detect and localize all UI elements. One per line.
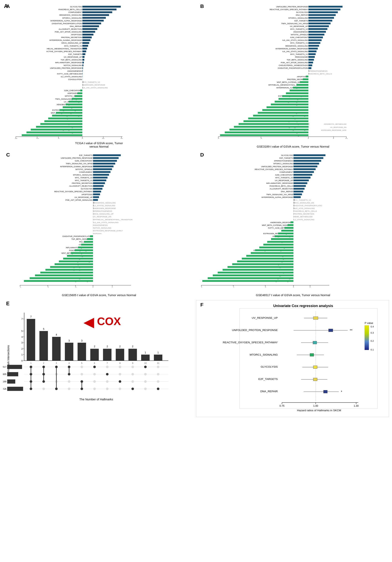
- svg-rect-140: [309, 45, 319, 47]
- svg-rect-220: [309, 126, 309, 128]
- second-row: C E2F_TARGETS UNFOLDED_PROTEIN_RESPONSE …: [2, 151, 390, 297]
- svg-text:MTORC1_SIGNALING: MTORC1_SIGNALING: [62, 17, 82, 19]
- svg-rect-116: [309, 11, 338, 13]
- svg-rect-414: [218, 272, 294, 273]
- svg-text:7: 7: [21, 317, 23, 320]
- svg-text:-20: -20: [14, 138, 17, 139]
- svg-rect-574: [323, 390, 327, 393]
- svg-text:OXIDATIVE_PHOSPHORYLATION: OXIDATIVE_PHOSPHORYLATION: [278, 67, 308, 69]
- svg-text:E2F_TARGETS: E2F_TARGETS: [69, 53, 82, 55]
- svg-point-512: [93, 366, 96, 368]
- svg-rect-72: [66, 104, 82, 105]
- svg-rect-32: [82, 48, 87, 49]
- svg-point-517: [106, 373, 108, 375]
- panel-c-caption: GSE15605 t value of GSVA score, Tumor ve…: [62, 293, 136, 297]
- svg-rect-94: [22, 134, 82, 136]
- svg-rect-267: [93, 213, 93, 215]
- svg-text:REACTIVE_OXYGEN_SPECIES_PATHWA: REACTIVE_OXYGEN_SPECIES_PATHWAY: [270, 9, 308, 11]
- svg-rect-340: [293, 168, 316, 170]
- svg-rect-309: [40, 272, 93, 273]
- svg-rect-120: [309, 17, 334, 19]
- svg-rect-563: [328, 329, 333, 332]
- panel-d-chart: D GLYCOLYSIS E2F_TARGETS SPERMATOGENESIS…: [197, 152, 389, 287]
- svg-rect-231: [93, 163, 115, 164]
- svg-point-505: [68, 387, 70, 390]
- svg-text:-3: -3: [47, 287, 49, 287]
- svg-rect-239: [93, 174, 109, 176]
- svg-text:APOPTOSIS: APOPTOSIS: [81, 194, 93, 196]
- svg-rect-130: [309, 31, 326, 33]
- svg-text:MYC_TARGETS_V2: MYC_TARGETS_V2: [290, 28, 308, 30]
- svg-rect-374: [293, 216, 294, 218]
- svg-text:ACTIVE_OXYGEN_SPECIES_PATHWAY: ACTIVE_OXYGEN_SPECIES_PATHWAY: [46, 50, 82, 52]
- svg-rect-408: [232, 263, 293, 265]
- svg-text:ANDROGEN_RESPONSE: ANDROGEN_RESPONSE: [93, 207, 116, 209]
- panel-d-caption: GSE46517 t value of GSVA score, Tumor ve…: [256, 293, 330, 297]
- svg-rect-62: [80, 90, 82, 91]
- svg-rect-259: [93, 202, 94, 204]
- svg-text:0: 0: [82, 138, 83, 139]
- svg-text:PROTEIN_SECRETION: PROTEIN_SECRETION: [61, 37, 82, 39]
- svg-text:G2M_CHECKPOINT: G2M_CHECKPOINT: [75, 160, 93, 162]
- svg-rect-263: [93, 207, 94, 209]
- svg-text:PEROXISOME: PEROXISOME: [295, 56, 308, 58]
- svg-rect-271: [93, 219, 93, 220]
- svg-rect-168: [296, 84, 308, 86]
- svg-point-508: [81, 373, 83, 375]
- svg-text:10: 10: [144, 362, 147, 364]
- svg-text:IL6_JAK_STAT3_SIGNALING: IL6_JAK_STAT3_SIGNALING: [93, 222, 119, 223]
- svg-text:CHOLESTEROL_HOMEOSTASIS: CHOLESTEROL_HOMEOSTASIS: [279, 65, 308, 67]
- svg-rect-356: [293, 191, 303, 192]
- svg-rect-178: [278, 98, 309, 100]
- svg-rect-384: [281, 230, 293, 232]
- svg-rect-269: [93, 216, 93, 218]
- svg-point-531: [144, 387, 147, 390]
- svg-rect-188: [258, 112, 308, 114]
- svg-rect-170: [293, 87, 309, 89]
- svg-rect-28: [82, 42, 89, 44]
- svg-text:2: 2: [21, 348, 23, 350]
- svg-rect-46: [82, 67, 83, 69]
- svg-rect-358: [293, 194, 302, 195]
- svg-rect-362: [293, 199, 295, 201]
- svg-point-519: [106, 387, 108, 390]
- svg-text:ALLOGRAFT_REJECTION: ALLOGRAFT_REJECTION: [58, 28, 82, 30]
- svg-rect-485: [7, 387, 23, 391]
- svg-rect-293: [75, 249, 93, 251]
- svg-rect-76: [60, 109, 82, 111]
- svg-text:4: 4: [69, 362, 70, 364]
- svg-text:MITOTIC_SPINDLE: MITOTIC_SPINDLE: [75, 168, 92, 170]
- svg-rect-439: [39, 331, 48, 361]
- svg-text:MITOTIC_SPINDLE: MITOTIC_SPINDLE: [291, 34, 308, 36]
- svg-text:0.4: 0.4: [370, 326, 374, 328]
- svg-text:TNFA_SIGNALING_VIA_NFKB: TNFA_SIGNALING_VIA_NFKB: [266, 194, 293, 196]
- svg-text:1.30: 1.30: [354, 405, 358, 407]
- svg-text:F: F: [200, 302, 204, 307]
- svg-text:MYC_TARGETS_V1: MYC_TARGETS_V1: [293, 199, 311, 201]
- svg-rect-251: [93, 191, 101, 192]
- svg-rect-445: [78, 343, 86, 361]
- panel-f-chart: F Univariate Cox regression analysis UV_…: [197, 301, 388, 416]
- svg-text:UV_RESPONSE_UP: UV_RESPONSE_UP: [275, 179, 293, 181]
- svg-text:COX: COX: [97, 315, 121, 328]
- svg-rect-144: [309, 50, 317, 52]
- svg-rect-481: [7, 372, 18, 376]
- svg-rect-20: [82, 31, 95, 33]
- svg-text:G2M_CHECKPOINT: G2M_CHECKPOINT: [64, 90, 82, 92]
- svg-text:SPERMATOGENESIS: SPERMATOGENESIS: [309, 70, 328, 72]
- svg-rect-437: [27, 319, 35, 361]
- svg-text:E: E: [6, 301, 10, 306]
- svg-rect-378: [290, 222, 293, 223]
- svg-rect-247: [93, 185, 104, 187]
- svg-text:IL2_STATS_SIGNALING: IL2_STATS_SIGNALING: [61, 76, 82, 78]
- svg-rect-200: [230, 129, 309, 130]
- panel-e: E COX Hallmark Intersections 7: [2, 299, 195, 418]
- svg-rect-334: [293, 160, 321, 162]
- svg-rect-166: [300, 81, 308, 83]
- svg-rect-372: [293, 213, 294, 215]
- svg-text:PROTEIN_SECRETION: PROTEIN_SECRETION: [293, 213, 314, 215]
- svg-rect-70: [69, 101, 82, 103]
- svg-text:GLYCOLYSIS: GLYCOLYSIS: [296, 12, 308, 13]
- svg-text:4: 4: [21, 336, 23, 338]
- svg-rect-74: [63, 106, 82, 108]
